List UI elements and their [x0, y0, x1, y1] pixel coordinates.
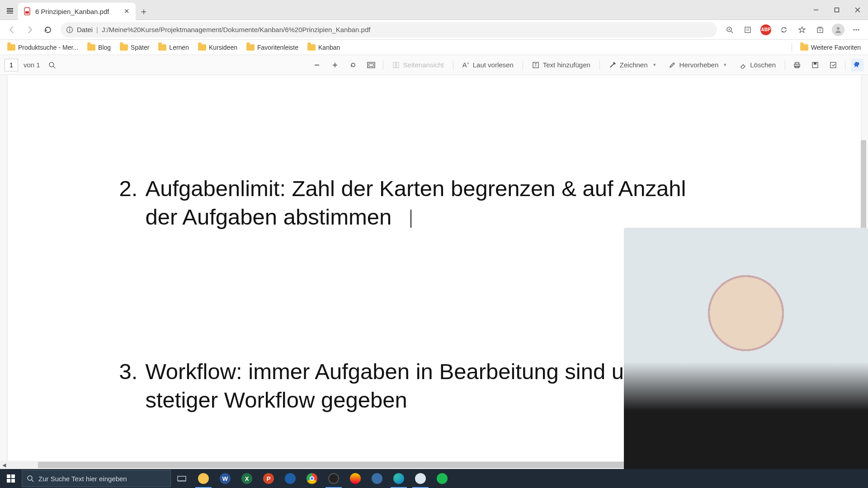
page-total-label: von 1: [24, 61, 40, 69]
svg-rect-50: [178, 476, 186, 481]
divider: [792, 42, 792, 52]
svg-point-25: [856, 29, 857, 30]
folder-icon: [800, 44, 808, 51]
pin-toolbar-button[interactable]: [851, 59, 863, 71]
fit-button[interactable]: [365, 59, 377, 71]
reload-button[interactable]: [40, 22, 56, 38]
bookmark-item[interactable]: Lernen: [155, 42, 193, 53]
window-close-button[interactable]: [847, 0, 868, 20]
svg-rect-46: [7, 479, 10, 483]
print-button[interactable]: [791, 59, 803, 71]
bookmark-overflow[interactable]: Weitere Favoriten: [797, 42, 864, 53]
svg-point-24: [854, 29, 855, 30]
bookmark-item[interactable]: Blog: [84, 42, 114, 53]
bookmark-item[interactable]: Favoritenleiste: [243, 42, 302, 53]
svg-line-49: [32, 480, 33, 482]
document-list-item[interactable]: 2.Aufgabenlimit: Zahl der Karten begrenz…: [119, 174, 797, 231]
svg-rect-4: [25, 11, 29, 14]
svg-point-26: [858, 29, 859, 30]
save-as-button[interactable]: [827, 59, 840, 71]
add-text-button[interactable]: TText hinzufügen: [528, 59, 594, 70]
taskbar-app-excel[interactable]: X: [236, 469, 258, 488]
start-button[interactable]: [0, 469, 22, 488]
collections-icon[interactable]: [812, 22, 828, 38]
taskbar-app-generic2[interactable]: [366, 469, 388, 488]
menu-button[interactable]: [848, 22, 864, 38]
svg-rect-33: [369, 64, 373, 66]
folder-icon: [198, 44, 206, 51]
adblock-extension-icon[interactable]: ABP: [758, 22, 774, 38]
erase-button[interactable]: Löschen: [736, 59, 779, 70]
page-number-input[interactable]: [5, 59, 18, 71]
svg-rect-39: [795, 62, 799, 64]
svg-rect-47: [11, 479, 15, 483]
highlight-button[interactable]: Hervorheben▾: [665, 59, 731, 70]
bookmark-item[interactable]: Produktsuche - Mer...: [4, 42, 82, 53]
favorites-icon[interactable]: [794, 22, 810, 38]
profile-avatar[interactable]: [830, 22, 846, 38]
find-button[interactable]: [46, 59, 58, 71]
svg-line-28: [53, 66, 55, 68]
reader-icon[interactable]: [740, 22, 756, 38]
back-button[interactable]: [4, 22, 20, 38]
task-view-button[interactable]: [171, 469, 193, 488]
bookmark-label: Weitere Favoriten: [811, 44, 861, 51]
folder-icon: [158, 44, 166, 51]
taskbar-search[interactable]: Zur Suche Text hier eingeben: [22, 470, 171, 487]
save-button[interactable]: [809, 59, 821, 71]
tab-close-button[interactable]: ✕: [122, 7, 131, 16]
folder-icon: [120, 44, 128, 51]
svg-point-27: [49, 62, 54, 67]
add-text-label: Text hinzufügen: [543, 61, 590, 69]
read-aloud-label: Laut vorlesen: [473, 61, 514, 69]
taskbar-app-generic1[interactable]: [344, 469, 366, 488]
bookmark-item[interactable]: Kanban: [304, 42, 344, 53]
address-bar[interactable]: Datei | J:/Meine%20Kurse/Projektmanageme…: [61, 22, 717, 38]
bookmark-item[interactable]: Kursideen: [194, 42, 241, 53]
svg-line-13: [731, 31, 733, 33]
svg-rect-43: [830, 62, 836, 68]
svg-rect-35: [396, 62, 399, 68]
browser-navbar: Datei | J:/Meine%20Kurse/Projektmanageme…: [0, 20, 868, 40]
taskbar-app-edge-legacy[interactable]: [279, 469, 301, 488]
window-maximize-button[interactable]: [826, 0, 847, 20]
browser-tab[interactable]: 6 Prinzipien_Kanban.pdf ✕: [18, 3, 136, 20]
bookmark-item[interactable]: Später: [116, 42, 153, 53]
page-view-button[interactable]: Seitenansicht: [389, 59, 448, 70]
forward-button[interactable]: [22, 22, 38, 38]
text-cursor: [410, 210, 411, 228]
zoom-in-button[interactable]: [329, 59, 341, 71]
taskbar-app-edge[interactable]: [388, 469, 410, 488]
zoom-out-button[interactable]: [311, 59, 323, 71]
sync-icon[interactable]: [776, 22, 792, 38]
site-info-icon[interactable]: [66, 26, 73, 33]
svg-rect-6: [835, 8, 839, 12]
taskbar-app-explorer[interactable]: [193, 469, 214, 488]
tab-actions-button[interactable]: [3, 2, 17, 19]
rotate-button[interactable]: [347, 59, 359, 71]
scroll-left-icon[interactable]: ◀: [0, 461, 8, 469]
bookmark-label: Kursideen: [209, 44, 237, 51]
read-aloud-button[interactable]: A»Laut vorlesen: [459, 59, 517, 70]
address-scheme: Datei: [77, 26, 93, 33]
new-tab-button[interactable]: ＋: [136, 3, 152, 19]
taskbar-app-notepad[interactable]: [410, 469, 431, 488]
bookmark-label: Produktsuche - Mer...: [18, 44, 78, 51]
svg-rect-45: [11, 474, 15, 478]
taskbar-app-chrome[interactable]: [301, 469, 323, 488]
search-icon: [27, 475, 34, 482]
window-minimize-button[interactable]: [806, 0, 826, 20]
bookmark-label: Blog: [98, 44, 111, 51]
bookmark-label: Kanban: [318, 44, 340, 51]
folder-icon: [246, 44, 255, 51]
taskbar-app-powerpoint[interactable]: P: [258, 469, 279, 488]
svg-rect-44: [7, 474, 10, 478]
taskbar-app-word[interactable]: W: [214, 469, 236, 488]
svg-point-23: [837, 27, 840, 30]
taskbar-app-obs[interactable]: [323, 469, 344, 488]
draw-button[interactable]: Zeichnen▾: [605, 59, 660, 70]
search-placeholder: Zur Suche Text hier eingeben: [38, 475, 127, 483]
taskbar-app-spotify[interactable]: [431, 469, 453, 488]
zoom-icon[interactable]: [722, 22, 738, 38]
svg-rect-1: [7, 10, 13, 12]
